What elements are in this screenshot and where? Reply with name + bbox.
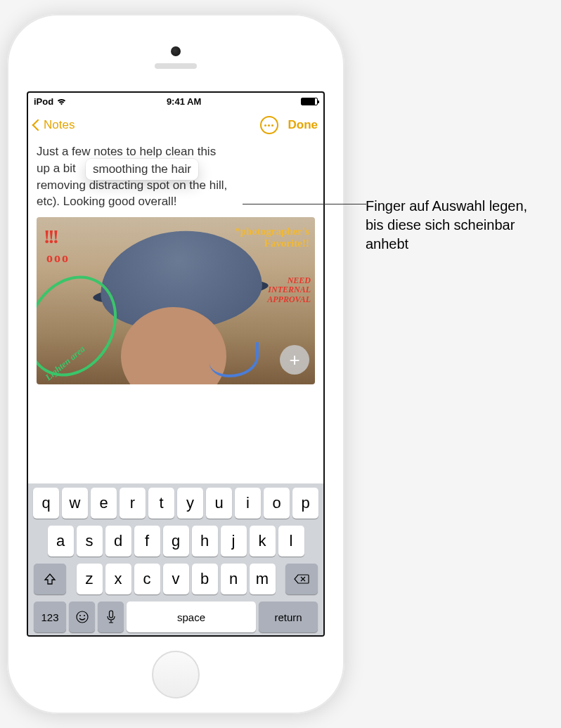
svg-rect-3: [109, 611, 112, 618]
key-z[interactable]: z: [77, 564, 103, 594]
key-j[interactable]: j: [221, 526, 247, 557]
annotation-approval: NEED INTERNAL APPROVAL: [254, 276, 311, 304]
annotation-circles: ooo: [46, 249, 70, 267]
keyboard-row-2: asdfghjkl: [31, 526, 321, 557]
key-y[interactable]: y: [177, 488, 203, 519]
home-button[interactable]: [152, 651, 200, 698]
annotation-blue-line: [209, 342, 259, 377]
key-f[interactable]: f: [134, 526, 160, 557]
key-u[interactable]: u: [206, 488, 232, 519]
annotation-exclaim: !!!: [44, 223, 57, 250]
key-i[interactable]: i: [235, 488, 261, 519]
emoji-key[interactable]: [69, 602, 95, 632]
device-speaker: [155, 63, 197, 69]
key-k[interactable]: k: [250, 526, 276, 557]
key-v[interactable]: v: [163, 564, 189, 594]
shift-key[interactable]: [34, 564, 66, 594]
backspace-key[interactable]: [285, 564, 318, 594]
key-r[interactable]: r: [120, 488, 146, 519]
space-key[interactable]: space: [127, 602, 256, 632]
key-h[interactable]: h: [192, 526, 218, 557]
add-attachment-button[interactable]: +: [280, 345, 309, 375]
keyboard: qwertyuiop asdfghjkl zxcvbnm 123: [28, 483, 323, 635]
key-d[interactable]: d: [105, 526, 131, 557]
status-bar: iPod 9:41 AM: [28, 93, 323, 110]
svg-point-1: [79, 615, 81, 616]
callout-text: Finger auf Auswahl legen, bis diese sich…: [366, 197, 541, 254]
back-button[interactable]: Notes: [34, 118, 75, 132]
key-g[interactable]: g: [163, 526, 189, 557]
dictation-key[interactable]: [98, 602, 124, 632]
more-button[interactable]: [260, 116, 278, 134]
key-p[interactable]: p: [292, 488, 318, 519]
done-button[interactable]: Done: [288, 118, 318, 132]
key-l[interactable]: l: [278, 526, 304, 557]
back-label: Notes: [44, 118, 75, 132]
note-image[interactable]: !!! ooo *photographer's Favorite!! NEED …: [37, 217, 315, 384]
device-label: iPod: [34, 96, 53, 107]
battery-icon: [301, 98, 318, 105]
key-n[interactable]: n: [221, 564, 247, 594]
key-c[interactable]: c: [134, 564, 160, 594]
return-key[interactable]: return: [259, 602, 318, 632]
number-key[interactable]: 123: [34, 602, 66, 632]
lifted-text-selection[interactable]: smoothing the hair: [86, 159, 198, 180]
key-x[interactable]: x: [105, 564, 131, 594]
key-t[interactable]: t: [148, 488, 174, 519]
key-s[interactable]: s: [77, 526, 103, 557]
screen: iPod 9:41 AM Notes Done J: [27, 91, 325, 637]
keyboard-row-3: zxcvbnm: [31, 564, 321, 594]
callout-leader-line: [243, 204, 366, 204]
status-time: 9:41 AM: [167, 96, 201, 107]
note-content[interactable]: Just a few notes to help clean this up a…: [28, 141, 323, 483]
keyboard-row-1: qwertyuiop: [31, 488, 321, 519]
svg-point-0: [77, 611, 88, 623]
note-line: etc). Looking good overall!: [37, 193, 315, 210]
key-e[interactable]: e: [91, 488, 117, 519]
key-a[interactable]: a: [48, 526, 74, 557]
key-m[interactable]: m: [250, 564, 276, 594]
device-camera: [171, 46, 181, 56]
key-b[interactable]: b: [192, 564, 218, 594]
key-o[interactable]: o: [264, 488, 290, 519]
nav-bar: Notes Done: [28, 110, 323, 141]
keyboard-row-4: 123 space return: [31, 602, 321, 632]
key-q[interactable]: q: [33, 488, 59, 519]
annotation-favorite: *photographer's Favorite!!: [211, 226, 309, 249]
svg-point-2: [84, 615, 85, 616]
ipod-device: iPod 9:41 AM Notes Done J: [7, 14, 344, 714]
chevron-left-icon: [32, 119, 44, 131]
key-w[interactable]: w: [62, 488, 88, 519]
wifi-icon: [56, 98, 67, 105]
note-line: Just a few notes to help clean this: [37, 143, 315, 160]
